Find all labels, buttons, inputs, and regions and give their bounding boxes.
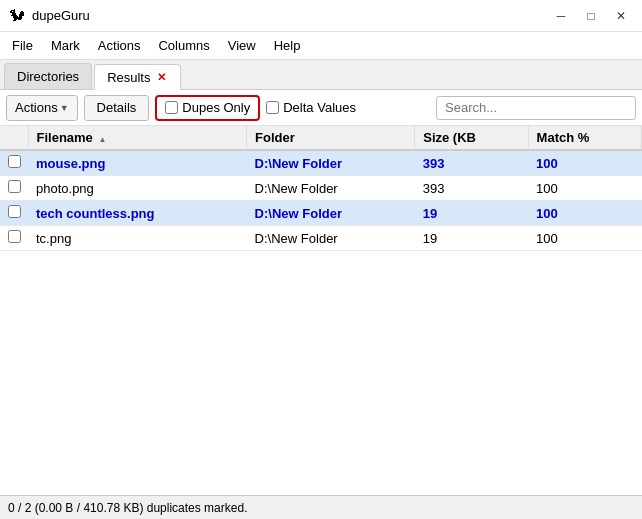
table-header-row: Filename ▲ Folder Size (KB Match %	[0, 126, 642, 150]
row-folder: D:\New Folder	[247, 201, 415, 226]
filename-link[interactable]: mouse.png	[36, 156, 105, 171]
row-size: 19	[415, 226, 528, 251]
delta-values-label: Delta Values	[283, 100, 356, 115]
row-filename: tech countless.png	[28, 201, 247, 226]
delta-values-wrapper[interactable]: Delta Values	[266, 100, 356, 115]
row-match: 100	[528, 176, 641, 201]
window-controls: ─ □ ✕	[548, 5, 634, 27]
app-icon: 🐿	[8, 7, 26, 25]
details-label: Details	[97, 100, 137, 115]
row-checkbox-cell[interactable]	[0, 201, 28, 226]
actions-arrow-icon: ▼	[60, 103, 69, 113]
maximize-button[interactable]: □	[578, 5, 604, 27]
minimize-button[interactable]: ─	[548, 5, 574, 27]
table-row: mouse.pngD:\New Folder393100	[0, 150, 642, 176]
details-button[interactable]: Details	[84, 95, 150, 121]
menu-mark[interactable]: Mark	[43, 35, 88, 56]
table-row: tc.pngD:\New Folder19100	[0, 226, 642, 251]
tab-results-label: Results	[107, 70, 150, 85]
row-checkbox-cell[interactable]	[0, 176, 28, 201]
menu-view[interactable]: View	[220, 35, 264, 56]
actions-label: Actions	[15, 100, 58, 115]
row-filename: tc.png	[28, 226, 247, 251]
table-row: photo.pngD:\New Folder393100	[0, 176, 642, 201]
row-size: 19	[415, 201, 528, 226]
row-checkbox-cell[interactable]	[0, 150, 28, 176]
menu-bar: File Mark Actions Columns View Help	[0, 32, 642, 60]
toolbar: Actions ▼ Details Dupes Only Delta Value…	[0, 90, 642, 126]
tab-directories-label: Directories	[17, 69, 79, 84]
search-input[interactable]	[436, 96, 636, 120]
tab-results-close[interactable]: ✕	[154, 70, 168, 84]
dupes-only-label: Dupes Only	[182, 100, 250, 115]
app-title: dupeGuru	[32, 8, 548, 23]
actions-button[interactable]: Actions ▼	[6, 95, 78, 121]
status-bar: 0 / 2 (0.00 B / 410.78 KB) duplicates ma…	[0, 495, 642, 519]
menu-columns[interactable]: Columns	[150, 35, 217, 56]
col-size[interactable]: Size (KB	[415, 126, 528, 150]
row-checkbox[interactable]	[8, 155, 21, 168]
table-row: tech countless.pngD:\New Folder19100	[0, 201, 642, 226]
close-button[interactable]: ✕	[608, 5, 634, 27]
row-size: 393	[415, 176, 528, 201]
row-checkbox-cell[interactable]	[0, 226, 28, 251]
row-filename: photo.png	[28, 176, 247, 201]
col-filename[interactable]: Filename ▲	[28, 126, 247, 150]
col-checkbox	[0, 126, 28, 150]
row-checkbox[interactable]	[8, 205, 21, 218]
row-checkbox[interactable]	[8, 230, 21, 243]
row-match: 100	[528, 226, 641, 251]
row-folder: D:\New Folder	[247, 226, 415, 251]
row-checkbox[interactable]	[8, 180, 21, 193]
menu-help[interactable]: Help	[266, 35, 309, 56]
dupes-only-wrapper[interactable]: Dupes Only	[155, 95, 260, 121]
tab-results[interactable]: Results ✕	[94, 64, 181, 90]
menu-file[interactable]: File	[4, 35, 41, 56]
row-folder: D:\New Folder	[247, 150, 415, 176]
results-table-container: Filename ▲ Folder Size (KB Match % mouse…	[0, 126, 642, 495]
row-filename: mouse.png	[28, 150, 247, 176]
results-table: Filename ▲ Folder Size (KB Match % mouse…	[0, 126, 642, 251]
status-text: 0 / 2 (0.00 B / 410.78 KB) duplicates ma…	[8, 501, 247, 515]
tabs-bar: Directories Results ✕	[0, 60, 642, 90]
tab-directories[interactable]: Directories	[4, 63, 92, 89]
col-match[interactable]: Match %	[528, 126, 641, 150]
row-folder: D:\New Folder	[247, 176, 415, 201]
dupes-only-checkbox[interactable]	[165, 101, 178, 114]
row-match: 100	[528, 201, 641, 226]
row-match: 100	[528, 150, 641, 176]
filename-sort-icon: ▲	[98, 135, 106, 144]
col-folder[interactable]: Folder	[247, 126, 415, 150]
title-bar: 🐿 dupeGuru ─ □ ✕	[0, 0, 642, 32]
row-size: 393	[415, 150, 528, 176]
filename-link[interactable]: tech countless.png	[36, 206, 154, 221]
delta-values-checkbox[interactable]	[266, 101, 279, 114]
menu-actions[interactable]: Actions	[90, 35, 149, 56]
